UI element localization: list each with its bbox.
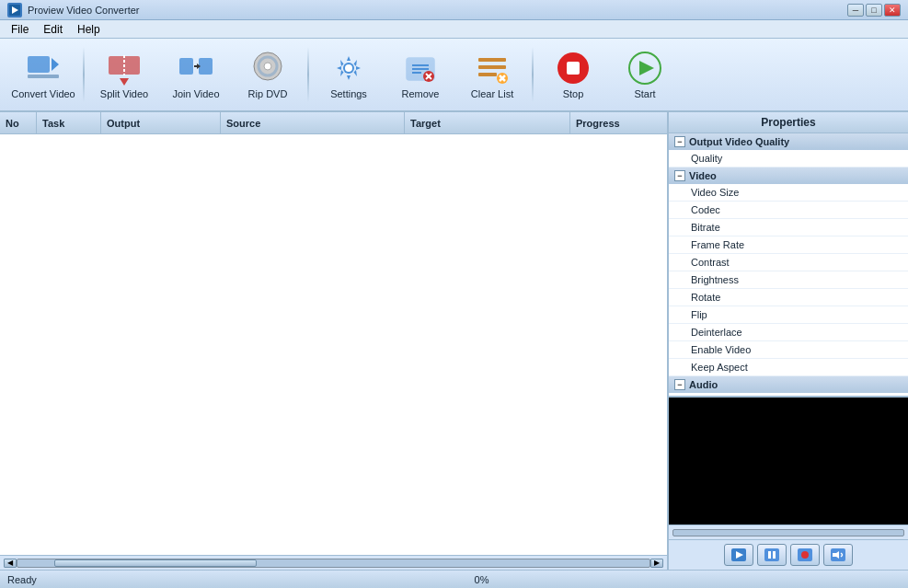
prop-item-quality[interactable]: Quality <box>669 150 908 167</box>
convert-video-button[interactable]: Convert Video <box>7 42 79 107</box>
settings-label: Settings <box>330 88 367 99</box>
svg-rect-9 <box>199 58 213 75</box>
prop-group-toggle-audio[interactable]: − <box>674 379 685 390</box>
play-button[interactable] <box>724 544 753 566</box>
status-bar: Ready 0% <box>0 570 908 588</box>
prop-item-contrast[interactable]: Contrast <box>669 254 908 271</box>
minimize-button[interactable]: ─ <box>847 4 864 17</box>
properties-header: Properties <box>669 112 908 133</box>
record-button[interactable] <box>790 544 820 566</box>
prop-item-brightness[interactable]: Brightness <box>669 271 908 289</box>
settings-icon <box>330 50 367 86</box>
toolbar-sep-1 <box>83 47 85 102</box>
prop-group-toggle-output[interactable]: − <box>674 136 685 147</box>
col-no: No <box>0 112 37 133</box>
menu-bar: File Edit Help <box>0 20 908 39</box>
toolbar: Convert Video Split Video Join Video <box>0 39 908 112</box>
prop-item-video-size[interactable]: Video Size <box>669 184 908 202</box>
remove-icon <box>402 50 439 86</box>
menu-file[interactable]: File <box>4 21 36 38</box>
prop-item-enable-video[interactable]: Enable Video <box>669 341 908 359</box>
clear-list-button[interactable]: Clear List <box>456 42 528 107</box>
toolbar-sep-3 <box>532 47 534 102</box>
menu-edit[interactable]: Edit <box>36 21 70 38</box>
stop-button[interactable]: Stop <box>537 42 609 107</box>
prop-group-output-video-quality[interactable]: − Output Video Quality <box>669 133 908 150</box>
table-header: No Task Output Source Target Progress <box>0 112 667 134</box>
svg-rect-27 <box>478 73 497 76</box>
clear-list-label: Clear List <box>471 88 513 99</box>
settings-button[interactable]: Settings <box>313 42 385 107</box>
col-progress: Progress <box>570 112 667 133</box>
convert-video-icon <box>25 50 62 86</box>
rip-dvd-button[interactable]: Rip DVD <box>232 42 304 107</box>
clear-list-icon <box>474 50 511 86</box>
h-scroll-thumb[interactable] <box>54 559 257 567</box>
maximize-button[interactable]: □ <box>866 4 882 17</box>
join-video-icon <box>178 50 214 86</box>
task-area: No Task Output Source Target Progress ◀ … <box>0 112 669 570</box>
prop-item-codec[interactable]: Codec <box>669 202 908 219</box>
svg-rect-38 <box>768 551 771 559</box>
stop-label: Stop <box>563 88 584 99</box>
menu-help[interactable]: Help <box>70 21 108 38</box>
prop-item-keep-aspect[interactable]: Keep Aspect <box>669 359 908 376</box>
title-bar: Proview Video Converter ─ □ ✕ <box>0 0 908 20</box>
prop-group-toggle-video[interactable]: − <box>674 170 685 181</box>
svg-rect-4 <box>28 75 59 78</box>
properties-tree[interactable]: − Output Video Quality Quality − Video V… <box>669 133 908 397</box>
split-video-label: Split Video <box>100 88 148 99</box>
split-video-icon <box>106 50 143 86</box>
scroll-left-arrow[interactable]: ◀ <box>4 559 17 568</box>
rip-dvd-icon <box>249 50 286 86</box>
close-button[interactable]: ✕ <box>884 4 901 17</box>
prop-item-rotate[interactable]: Rotate <box>669 289 908 306</box>
window-title: Proview Video Converter <box>28 5 847 16</box>
scroll-right-arrow[interactable]: ▶ <box>650 559 663 568</box>
start-label: Start <box>634 88 655 99</box>
prop-group-video[interactable]: − Video <box>669 167 908 184</box>
video-scrubber[interactable] <box>672 529 904 536</box>
svg-rect-39 <box>773 551 776 559</box>
split-video-button[interactable]: Split Video <box>88 42 160 107</box>
prop-group-label-audio: Audio <box>689 379 718 390</box>
h-scroll-track[interactable] <box>17 559 650 568</box>
prop-group-audio[interactable]: − Audio <box>669 376 908 393</box>
svg-rect-32 <box>567 62 580 75</box>
svg-rect-8 <box>179 58 193 75</box>
prop-group-label-output: Output Video Quality <box>689 136 789 147</box>
svg-point-17 <box>345 64 352 72</box>
convert-video-label: Convert Video <box>11 88 75 99</box>
progress-section: 0% <box>63 574 901 585</box>
video-playback-btns <box>669 540 908 570</box>
svg-point-13 <box>264 63 271 70</box>
progress-text: 0% <box>475 574 489 585</box>
main-area: No Task Output Source Target Progress ◀ … <box>0 112 908 570</box>
svg-rect-37 <box>764 548 779 561</box>
col-source: Source <box>221 112 405 133</box>
remove-button[interactable]: Remove <box>385 42 456 107</box>
prop-item-bitrate[interactable]: Bitrate <box>669 219 908 236</box>
pause-button[interactable] <box>757 544 787 566</box>
svg-rect-25 <box>478 58 506 62</box>
status-text: Ready <box>7 574 63 585</box>
svg-marker-3 <box>52 58 59 71</box>
svg-marker-7 <box>120 78 129 86</box>
join-video-label: Join Video <box>172 88 219 99</box>
join-video-button[interactable]: Join Video <box>160 42 232 107</box>
app-icon <box>7 3 22 17</box>
rip-dvd-label: Rip DVD <box>248 88 288 99</box>
prop-item-deinterlace[interactable]: Deinterlace <box>669 324 908 341</box>
prop-item-frame-rate[interactable]: Frame Rate <box>669 236 908 254</box>
svg-marker-34 <box>639 61 654 75</box>
volume-button[interactable] <box>823 544 853 566</box>
prop-item-flip[interactable]: Flip <box>669 306 908 324</box>
start-button[interactable]: Start <box>609 42 681 107</box>
svg-rect-2 <box>28 56 50 73</box>
video-preview <box>669 397 908 525</box>
right-panel: Properties − Output Video Quality Qualit… <box>669 112 908 570</box>
stop-icon <box>555 50 592 86</box>
toolbar-sep-2 <box>307 47 309 102</box>
video-controls-bar <box>669 525 908 540</box>
prop-group-label-video: Video <box>689 170 717 181</box>
